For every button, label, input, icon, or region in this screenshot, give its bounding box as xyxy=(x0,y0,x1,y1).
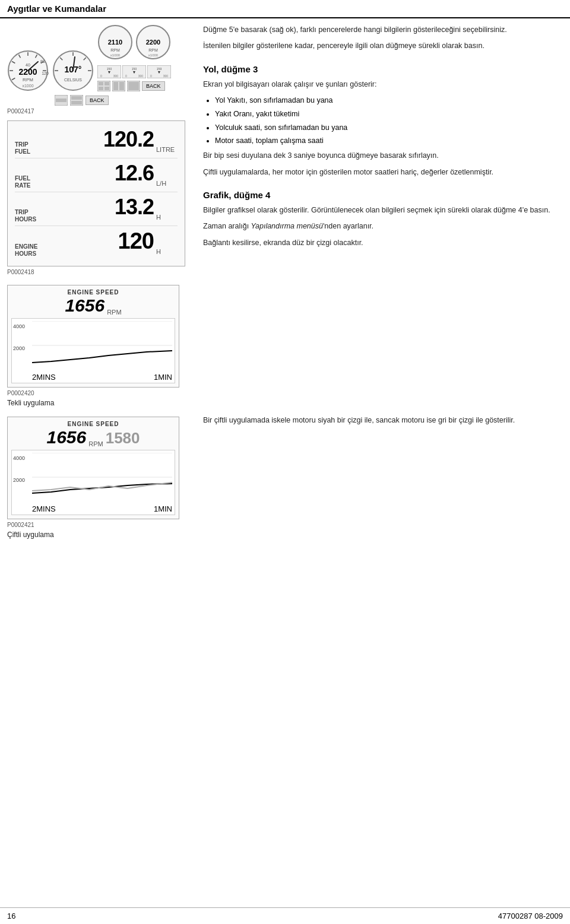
top-description-2: İstenilen bilgiler gösterilene kadar, pe… xyxy=(203,40,563,52)
dual-graph-caption: Çiftli uygulama xyxy=(7,531,191,539)
svg-text:0: 0 xyxy=(125,74,127,78)
svg-rect-51 xyxy=(104,82,109,85)
list-item-3-term: Yolculuk saati xyxy=(215,123,260,132)
instrument-panel: TRIPFUEL 120.2 LITRE FUELRATE 12.6 L/H T… xyxy=(7,120,185,266)
engine-hours-row: ENGINEHOURS 120 H xyxy=(15,228,178,260)
single-y-label-4000: 4000 xyxy=(13,323,25,329)
button3-intro: Ekran yol bilgisayarı olarak çalışır ve … xyxy=(203,79,563,90)
svg-text:40: 40 xyxy=(26,63,30,67)
single-graph-caption: Tekli uygulama xyxy=(7,399,191,407)
svg-rect-54 xyxy=(113,82,118,90)
dual-x-label-2mins: 2MINS xyxy=(32,504,56,513)
trip-hours-label: TRIPHOURS xyxy=(15,209,56,223)
trip-hours-value: 13.2 xyxy=(56,195,154,220)
svg-text:300: 300 xyxy=(138,74,144,78)
svg-text:0: 0 xyxy=(150,74,152,78)
page-number: 16 xyxy=(7,912,15,920)
header-title: Aygıtlar ve Kumandalar xyxy=(7,4,106,14)
page-footer: 16 47700287 08-2009 xyxy=(0,907,570,924)
figure-code-gauges: P0002417 xyxy=(7,108,191,115)
svg-text:300: 300 xyxy=(163,74,169,78)
dual-app-text: Bir çiftli uygulamada iskele motoru siya… xyxy=(203,415,563,426)
svg-text:300: 300 xyxy=(113,74,119,78)
figure-code-instrument: P0002418 xyxy=(7,269,191,275)
dual-y-label-2000: 2000 xyxy=(13,477,25,483)
dual-y-label-4000: 4000 xyxy=(13,455,25,461)
list-item-3-desc: , son sıfırlamadan bu yana xyxy=(260,123,347,132)
svg-rect-59 xyxy=(56,99,66,102)
single-graph-unit: RPM xyxy=(107,309,121,316)
svg-text:CELSIUS: CELSIUS xyxy=(64,78,82,82)
single-x-labels: 2MINS 1MIN xyxy=(32,373,172,382)
dual-graph-panel: ENGINE SPEED 1656 RPM 1580 4000 2000 xyxy=(7,417,179,519)
fuel-rate-label: FUELRATE xyxy=(15,175,56,189)
single-graph-code: P0002420 xyxy=(7,390,191,396)
single-x-label-1min: 1MIN xyxy=(154,373,172,382)
engine-hours-value: 120 xyxy=(56,228,154,254)
list-item-4: Motor saati, toplam çalışma saati xyxy=(215,135,563,147)
list-item-2-desc: , yakıt tüketimi xyxy=(252,110,299,118)
page-header: Aygıtlar ve Kumandalar xyxy=(0,0,570,18)
dual-graph-code: P0002421 xyxy=(7,522,191,528)
svg-rect-49 xyxy=(99,82,103,85)
gauge-celsius: 107° CELSIUS xyxy=(52,50,94,91)
single-graph-value: 1656 xyxy=(65,296,104,316)
engine-hours-label: ENGINEHOURS xyxy=(15,243,56,258)
svg-rect-50 xyxy=(99,87,103,90)
dual-x-label-1min: 1MIN xyxy=(154,504,172,513)
button4-text-3: Bağlantı kesilirse, ekranda düz bir çizg… xyxy=(203,237,563,249)
section-heading-button3: Yol, düğme 3 xyxy=(203,64,563,74)
svg-text:80: 80 xyxy=(40,59,45,63)
button3-list: Yol Yakıtı, son sıfırlamadan bu yana Yak… xyxy=(203,95,563,147)
engine-hours-unit: H xyxy=(156,248,178,258)
svg-text:x1000: x1000 xyxy=(22,84,33,88)
gauges-area: 40 80 120 2200 RPM x1000 xyxy=(7,24,191,539)
svg-text:RPM: RPM xyxy=(148,48,158,52)
right-column: Düğme 5'e basarak (sağ ok), farklı pence… xyxy=(203,24,563,431)
single-graph-title: ENGINE SPEED xyxy=(11,289,175,296)
gauge-rpm-3: 2200 RPM x1000 xyxy=(135,24,171,62)
back-button-2[interactable]: BACK xyxy=(86,96,109,105)
single-x-label-2mins: 2MINS xyxy=(32,373,56,382)
trip-hours-row: TRIPHOURS 13.2 H xyxy=(15,195,178,226)
dual-graph-area: 4000 2000 2MINS 1MIN xyxy=(11,450,175,515)
gauge-rpm-1: 40 80 120 2200 RPM x1000 xyxy=(7,50,49,91)
trip-hours-unit: H xyxy=(156,214,178,223)
dual-note: Çiftli uygulamalarda, her motor için gös… xyxy=(203,167,563,178)
svg-text:2110: 2110 xyxy=(108,39,122,46)
svg-text:x1000: x1000 xyxy=(110,53,121,57)
list-item-2-term: Yakıt Oranı xyxy=(215,110,252,118)
trip-fuel-value: 120.2 xyxy=(56,127,154,152)
back-button-1[interactable]: BACK xyxy=(142,81,165,91)
svg-rect-57 xyxy=(128,82,139,90)
dual-graph-title: ENGINE SPEED xyxy=(11,421,175,427)
top-description-1: Düğme 5'e basarak (sağ ok), farklı pence… xyxy=(203,24,563,36)
svg-text:▼: ▼ xyxy=(107,70,112,74)
fuel-rate-value: 12.6 xyxy=(56,161,154,186)
list-item-4-desc: , toplam çalışma saati xyxy=(252,136,324,145)
svg-text:0: 0 xyxy=(100,74,102,78)
menu-name: Yapılandırma menüsü xyxy=(251,222,323,230)
doc-number: 47700287 08-2009 xyxy=(498,912,563,920)
trip-fuel-row: TRIPFUEL 120.2 LITRE xyxy=(15,127,178,158)
svg-text:RPM: RPM xyxy=(23,77,33,82)
single-y-label-2000: 2000 xyxy=(13,345,25,351)
dual-graph-value-right: 1580 xyxy=(106,429,140,447)
section-heading-button4: Grafik, düğme 4 xyxy=(203,190,563,200)
button4-text-2: Zaman aralığı Yapılandırma menüsü'nden a… xyxy=(203,221,563,232)
dual-graph-unit: RPM xyxy=(88,440,103,447)
list-item-1-term: Yol Yakıtı xyxy=(215,96,245,104)
svg-text:▼: ▼ xyxy=(132,70,137,74)
fuel-rate-row: FUELRATE 12.6 L/H xyxy=(15,161,178,192)
svg-rect-55 xyxy=(119,82,124,90)
fuel-rate-unit: L/H xyxy=(156,180,178,189)
beep-text: Bir bip sesi duyulana dek 3 saniye boyun… xyxy=(203,150,563,161)
list-item-1-desc: , son sıfırlamadan bu yana xyxy=(245,96,332,104)
list-item-4-term: Motor saati xyxy=(215,136,252,145)
dual-graph-value-left: 1656 xyxy=(46,427,86,447)
svg-rect-52 xyxy=(104,87,109,90)
list-item-1: Yol Yakıtı, son sıfırlamadan bu yana xyxy=(215,95,563,106)
svg-rect-62 xyxy=(71,101,82,104)
gauge-rpm-2: 2110 RPM x1000 xyxy=(97,24,133,62)
svg-rect-61 xyxy=(71,96,82,100)
